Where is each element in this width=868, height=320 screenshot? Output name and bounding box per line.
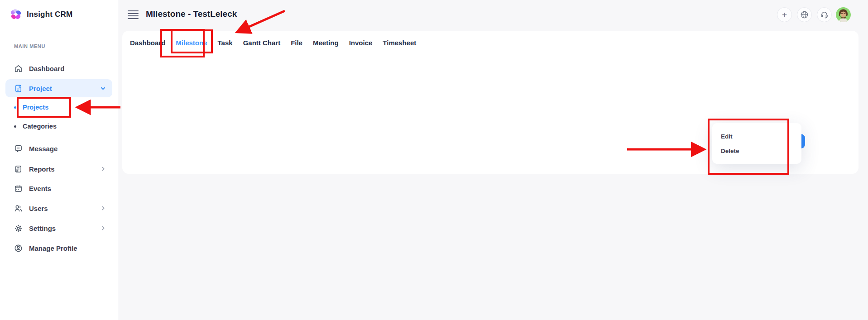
sidebar-subitem-projects[interactable]: Projects [14, 101, 105, 114]
tab-gantt-chart[interactable]: Gantt Chart [243, 39, 281, 53]
avatar-photo [836, 7, 851, 22]
headset-icon [820, 10, 829, 19]
tab-bar: Dashboard Milestone Task Gantt Chart Fil… [130, 39, 416, 53]
sidebar-item-project[interactable]: Project [5, 79, 112, 97]
row-context-menu: Edit Delete [712, 123, 801, 164]
sidebar: Insight CRM MAIN MENU Dashboard Project … [0, 0, 118, 320]
tab-milestone[interactable]: Milestone [176, 39, 207, 53]
sidebar-item-label: Events [29, 185, 51, 192]
sidebar-item-reports[interactable]: Reports [5, 160, 112, 178]
page-title: Milestone - TestLeleck [146, 9, 237, 19]
gear-icon [14, 224, 23, 233]
support-button[interactable] [817, 7, 832, 22]
sidebar-item-settings[interactable]: Settings [5, 219, 112, 237]
context-menu-delete[interactable]: Delete [712, 143, 801, 158]
sidebar-subitem-categories[interactable]: Categories [14, 120, 105, 133]
tab-dashboard[interactable]: Dashboard [130, 39, 165, 53]
language-button[interactable] [797, 7, 812, 22]
chevron-right-icon [101, 166, 106, 172]
sidebar-subitem-label: Projects [23, 104, 48, 111]
sidebar-item-message[interactable]: Message [5, 139, 112, 158]
sidebar-item-label: Message [29, 145, 58, 153]
tab-task[interactable]: Task [218, 39, 233, 53]
app-root: Insight CRM MAIN MENU Dashboard Project … [0, 0, 868, 320]
document-icon [14, 84, 23, 93]
flower-logo-icon [9, 8, 23, 21]
tab-file[interactable]: File [291, 39, 302, 53]
bullet-icon [14, 106, 16, 109]
globe-icon [800, 10, 809, 19]
sidebar-item-manage-profile[interactable]: Manage Profile [5, 239, 112, 257]
context-menu-edit[interactable]: Edit [712, 129, 801, 143]
chat-icon [14, 144, 23, 153]
tab-timesheet[interactable]: Timesheet [383, 39, 416, 53]
profile-icon [14, 244, 23, 253]
report-icon [14, 165, 23, 173]
brand-logo: Insight CRM [9, 8, 72, 21]
sidebar-item-label: Manage Profile [29, 244, 77, 252]
arrow-to-milestone-tab [240, 11, 285, 31]
quick-add-button[interactable]: + [777, 7, 792, 22]
hamburger-menu-icon[interactable] [128, 10, 139, 19]
sidebar-item-label: Reports [29, 165, 55, 173]
sidebar-item-label: Dashboard [29, 65, 64, 72]
sidebar-item-users[interactable]: Users [5, 199, 112, 217]
tab-invoice[interactable]: Invoice [349, 39, 373, 53]
chevron-down-icon [100, 86, 106, 91]
sidebar-item-label: Settings [29, 224, 56, 232]
sidebar-section-label: MAIN MENU [14, 43, 45, 49]
home-icon [14, 64, 23, 73]
sidebar-item-events[interactable]: Events [5, 179, 112, 197]
brand-name: Insight CRM [27, 10, 72, 19]
sidebar-item-label: Users [29, 205, 48, 212]
sidebar-item-label: Project [29, 85, 52, 92]
tab-meeting[interactable]: Meeting [313, 39, 339, 53]
sidebar-item-dashboard[interactable]: Dashboard [5, 59, 112, 77]
bullet-icon [14, 125, 16, 128]
sidebar-subitem-label: Categories [23, 123, 57, 130]
chevron-right-icon [101, 205, 106, 211]
users-icon [14, 204, 23, 213]
chevron-right-icon [101, 225, 106, 231]
user-avatar[interactable] [836, 7, 851, 22]
calendar-icon [14, 184, 23, 193]
plus-icon: + [782, 10, 787, 20]
